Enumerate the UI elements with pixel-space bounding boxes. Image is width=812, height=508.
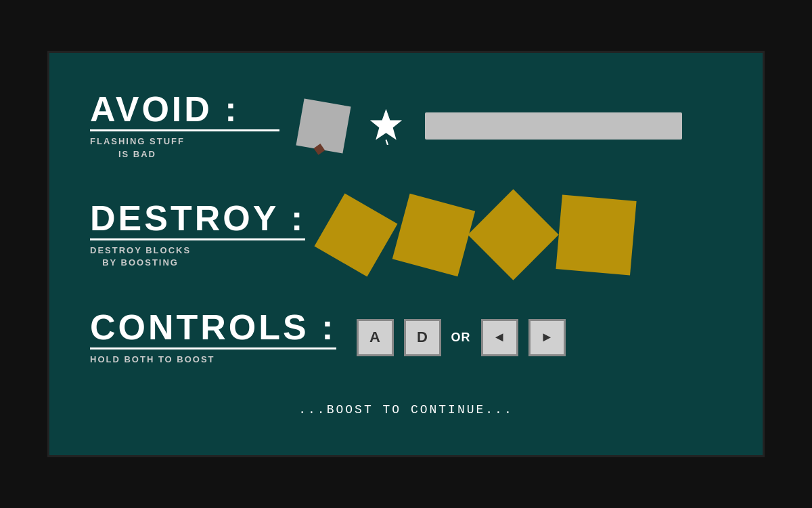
- controls-underline: [90, 347, 336, 350]
- destroy-label-group: DESTROY : DESTROY BLOCKSBY BOOSTING: [90, 200, 305, 269]
- avoid-title: AVOID :: [90, 91, 240, 127]
- controls-subtitle: HOLD BOTH TO BOOST: [90, 354, 215, 366]
- avoid-items: [300, 102, 722, 150]
- star-icon: [367, 108, 405, 145]
- gray-block: [296, 99, 351, 154]
- gold-block-1: [315, 193, 398, 276]
- destroy-underline: [90, 238, 305, 240]
- arrow-left-button[interactable]: ◄: [481, 319, 518, 356]
- health-bar: [425, 112, 682, 140]
- continue-text: ...BOOST TO CONTINUE...: [90, 403, 722, 423]
- destroy-subtitle: DESTROY BLOCKSBY BOOSTING: [90, 245, 191, 269]
- controls-section: CONTROLS : HOLD BOTH TO BOOST A D OR ◄ ►: [90, 310, 722, 366]
- avoid-subtitle: FLASHING STUFFIS BAD: [90, 135, 185, 160]
- gold-block-3: [468, 189, 559, 280]
- gold-block-2: [392, 193, 475, 276]
- key-d-button[interactable]: D: [404, 319, 441, 356]
- controls-items: A D OR ◄ ►: [357, 319, 722, 356]
- controls-title: CONTROLS :: [90, 310, 336, 345]
- avoid-label-group: AVOID : FLASHING STUFFIS BAD: [90, 91, 279, 160]
- avoid-underline: [90, 129, 279, 131]
- gold-block-4: [556, 194, 637, 275]
- controls-label-group: CONTROLS : HOLD BOTH TO BOOST: [90, 310, 336, 366]
- game-screen: AVOID : FLASHING STUFFIS BAD DESTROY : D…: [47, 51, 765, 457]
- avoid-section: AVOID : FLASHING STUFFIS BAD: [90, 91, 722, 160]
- svg-line-1: [386, 140, 388, 145]
- destroy-section: DESTROY : DESTROY BLOCKSBY BOOSTING: [90, 198, 722, 272]
- destroy-title: DESTROY :: [90, 200, 305, 236]
- or-label: OR: [451, 331, 471, 345]
- arrow-right-button[interactable]: ►: [528, 319, 566, 356]
- key-a-button[interactable]: A: [357, 319, 394, 356]
- svg-marker-0: [370, 108, 402, 140]
- destroy-items: [325, 198, 722, 272]
